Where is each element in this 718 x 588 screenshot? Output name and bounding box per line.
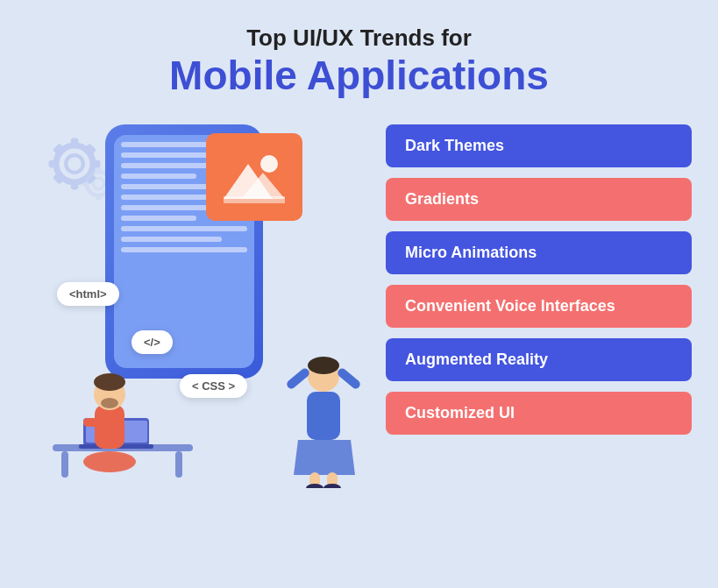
svg-rect-21 (61, 451, 68, 478)
svg-rect-22 (175, 451, 182, 478)
mountain-scene-icon (224, 151, 285, 203)
image-card (206, 133, 302, 221)
svg-rect-19 (224, 196, 285, 203)
trend-item-augmented-reality[interactable]: Augmented Reality (386, 338, 692, 381)
svg-point-16 (260, 155, 278, 173)
svg-point-35 (308, 357, 339, 374)
svg-rect-32 (307, 392, 340, 440)
svg-rect-36 (285, 367, 310, 391)
trend-item-dark-themes[interactable]: Dark Themes (386, 124, 692, 167)
svg-marker-33 (294, 440, 355, 475)
phone-line (121, 247, 247, 252)
svg-rect-12 (96, 167, 101, 174)
svg-rect-31 (83, 418, 110, 427)
phone-line (121, 226, 247, 231)
svg-point-29 (94, 373, 125, 391)
phone-line (121, 174, 196, 179)
trends-panel: Dark Themes Gradients Micro Animations C… (386, 116, 700, 435)
phone-line (121, 237, 222, 242)
trend-item-voice-interfaces[interactable]: Convenient Voice Interfaces (386, 285, 692, 328)
svg-point-11 (93, 179, 104, 190)
trend-item-gradients[interactable]: Gradients (386, 178, 692, 221)
svg-rect-13 (96, 195, 101, 201)
header-subtitle: Top UI/UX Trends for (169, 25, 549, 52)
svg-point-40 (306, 484, 323, 488)
person-holding-icon (285, 313, 364, 488)
svg-rect-4 (49, 160, 59, 167)
phone-line (121, 216, 196, 221)
html-bubble: <html> (57, 282, 119, 306)
header-title: Mobile Applications (169, 52, 549, 100)
svg-rect-3 (71, 181, 78, 190)
developer-illustration (35, 308, 210, 484)
trend-item-customized-ui[interactable]: Customized UI (386, 392, 692, 435)
svg-point-26 (83, 451, 136, 472)
svg-point-30 (101, 398, 118, 408)
main-content: <html> </> < CSS > (0, 116, 718, 588)
svg-rect-14 (82, 181, 89, 186)
svg-rect-37 (336, 367, 361, 391)
svg-point-41 (323, 484, 341, 488)
svg-rect-2 (71, 138, 78, 148)
illustration: <html> </> < CSS > (18, 116, 386, 492)
header: Top UI/UX Trends for Mobile Applications (169, 25, 549, 100)
trend-item-micro-animations[interactable]: Micro Animations (386, 231, 692, 274)
